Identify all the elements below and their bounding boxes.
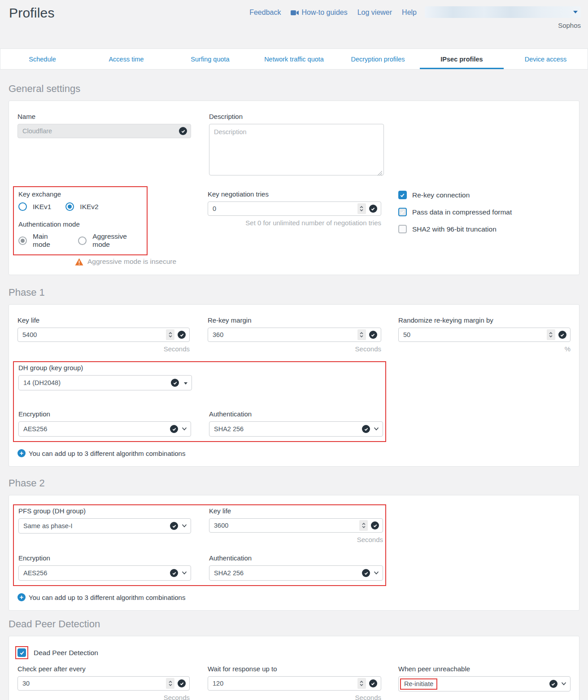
- stepper-icon[interactable]: [166, 678, 174, 689]
- tab-surfing-quota[interactable]: Surfing quota: [168, 49, 252, 69]
- valid-check-icon: [369, 331, 377, 339]
- annotation-box-key-exchange: Key exchange IKEv1 IKEv2 Authentication …: [13, 186, 148, 255]
- p1-key-life-input[interactable]: [17, 328, 190, 342]
- p1-encryption-select[interactable]: AES256: [18, 421, 191, 437]
- video-camera-icon: [291, 10, 299, 16]
- valid-check-icon: [362, 569, 370, 577]
- p1-add-combination[interactable]: + You can add up to 3 different algorith…: [17, 449, 571, 457]
- feedback-link[interactable]: Feedback: [249, 9, 281, 17]
- tab-ipsec-profiles[interactable]: IPsec profiles: [420, 49, 504, 69]
- phase2-card: PFS group (DH group) Same as phase-I Key…: [9, 495, 579, 611]
- p2-encryption-select[interactable]: AES256: [18, 565, 191, 581]
- p1-key-life-label: Key life: [17, 316, 190, 324]
- general-settings-heading: General settings: [9, 83, 579, 95]
- p1-rekey-margin-unit: Seconds: [208, 345, 381, 353]
- dpd-wait-response-input[interactable]: [208, 676, 381, 691]
- p2-key-life-label: Key life: [209, 507, 383, 515]
- sha2-truncation-label: SHA2 with 96-bit truncation: [412, 225, 497, 233]
- annotation-box-reinitiate: Re-initiate: [400, 678, 437, 690]
- p1-authentication-value: SHA2 256: [214, 425, 244, 433]
- valid-check-icon: [362, 425, 370, 433]
- stepper-icon[interactable]: [357, 329, 366, 340]
- p2-key-life-input[interactable]: [209, 518, 383, 533]
- tab-access-time[interactable]: Access time: [84, 49, 168, 69]
- dpd-check-peer-input[interactable]: [17, 676, 190, 691]
- valid-check-icon: [371, 521, 379, 529]
- stepper-icon[interactable]: [357, 203, 366, 214]
- chevron-down-icon: [374, 427, 379, 431]
- radio-main-mode: [18, 236, 27, 245]
- tab-network-traffic-quota[interactable]: Network traffic quota: [252, 49, 336, 69]
- p2-pfs-group-label: PFS group (DH group): [18, 507, 191, 515]
- dpd-wait-response-label: Wait for response up to: [208, 665, 381, 673]
- p1-authentication-select[interactable]: SHA2 256: [209, 421, 383, 437]
- valid-check-icon: [178, 679, 186, 687]
- p1-dh-group-value: 14 (DH2048): [23, 379, 61, 386]
- p2-authentication-value: SHA2 256: [214, 569, 244, 577]
- radio-ikev2[interactable]: [65, 202, 74, 211]
- p1-rekey-margin-label: Re-key margin: [208, 316, 381, 324]
- auth-mode-label: Authentication mode: [18, 220, 143, 228]
- valid-check-icon: [171, 379, 179, 387]
- description-input[interactable]: [209, 124, 384, 175]
- p2-authentication-select[interactable]: SHA2 256: [209, 565, 383, 581]
- pass-data-compressed-checkbox[interactable]: [398, 208, 407, 216]
- valid-check-icon: [170, 425, 178, 433]
- dpd-when-unreachable-select[interactable]: Re-initiate: [398, 676, 571, 691]
- key-negotiation-input[interactable]: [208, 201, 381, 216]
- p2-pfs-group-value: Same as phase-I: [23, 522, 73, 529]
- radio-aggressive-mode-label: Aggressive mode: [92, 232, 143, 249]
- key-negotiation-help: Set 0 for unlimited number of negotiatio…: [208, 219, 381, 227]
- valid-check-icon: [549, 680, 558, 688]
- key-negotiation-label: Key negotiation tries: [208, 190, 381, 198]
- tab-bar: Schedule Access time Surfing quota Netwo…: [0, 48, 588, 70]
- tab-schedule[interactable]: Schedule: [0, 49, 84, 69]
- p1-authentication-label: Authentication: [209, 410, 383, 418]
- p2-authentication-label: Authentication: [209, 554, 383, 562]
- warning-triangle-icon: [75, 258, 83, 266]
- dpd-check-peer-label: Check peer after every: [17, 665, 190, 673]
- name-label: Name: [17, 113, 191, 120]
- radio-aggressive-mode: [78, 236, 87, 245]
- top-bar: Profiles Feedback How-to guides Log view…: [0, 0, 588, 48]
- chevron-down-icon: [374, 571, 379, 575]
- general-settings-card: Name Description: [9, 101, 579, 275]
- dpd-heading: Dead Peer Detection: [9, 618, 579, 630]
- chevron-down-icon: [182, 524, 187, 528]
- stepper-icon[interactable]: [359, 520, 368, 531]
- brand-label: Sophos: [558, 22, 581, 29]
- p1-rekey-margin-input[interactable]: [208, 328, 381, 342]
- help-link[interactable]: Help: [402, 9, 417, 17]
- phase2-heading: Phase 2: [9, 477, 579, 489]
- p1-dh-group-select[interactable]: 14 (DH2048): [18, 375, 192, 390]
- phase1-card: Key life Seconds Re-key margin Seconds: [9, 304, 579, 467]
- log-viewer-link[interactable]: Log viewer: [357, 9, 392, 17]
- dpd-enable-checkbox[interactable]: [17, 648, 26, 657]
- dpd-enable-label: Dead Peer Detection: [34, 649, 98, 657]
- p2-add-combination[interactable]: + You can add up to 3 different algorith…: [17, 593, 571, 601]
- stepper-icon[interactable]: [547, 329, 555, 340]
- stepper-icon[interactable]: [166, 329, 174, 340]
- howto-guides-link[interactable]: How-to guides: [291, 9, 347, 17]
- rekey-connection-label: Re-key connection: [412, 191, 470, 199]
- valid-check-icon: [170, 522, 178, 530]
- p1-key-life-unit: Seconds: [17, 345, 190, 353]
- valid-check-icon: [178, 331, 186, 339]
- dpd-card: Dead Peer Detection Check peer after eve…: [9, 636, 579, 700]
- radio-ikev1[interactable]: [18, 202, 27, 211]
- aggressive-mode-warning: Aggressive mode is insecure: [87, 258, 176, 266]
- p2-pfs-group-select[interactable]: Same as phase-I: [18, 518, 191, 534]
- radio-main-mode-label: Main mode: [33, 232, 65, 249]
- dpd-when-unreachable-value: Re-initiate: [404, 680, 433, 687]
- description-label: Description: [209, 113, 384, 120]
- annotation-box-phase1-algorithms: DH group (key group) 14 (DH2048) Encrypt…: [13, 361, 386, 442]
- tab-decryption-profiles[interactable]: Decryption profiles: [336, 49, 420, 69]
- p1-randomize-input[interactable]: [398, 328, 571, 342]
- tab-device-access[interactable]: Device access: [504, 49, 588, 69]
- p2-key-life-unit: Seconds: [209, 536, 383, 543]
- rekey-connection-checkbox[interactable]: [398, 191, 407, 199]
- plus-circle-icon: +: [17, 593, 26, 601]
- sha2-truncation-checkbox[interactable]: [398, 225, 407, 233]
- stepper-icon[interactable]: [357, 678, 366, 689]
- account-menu[interactable]: [425, 6, 581, 18]
